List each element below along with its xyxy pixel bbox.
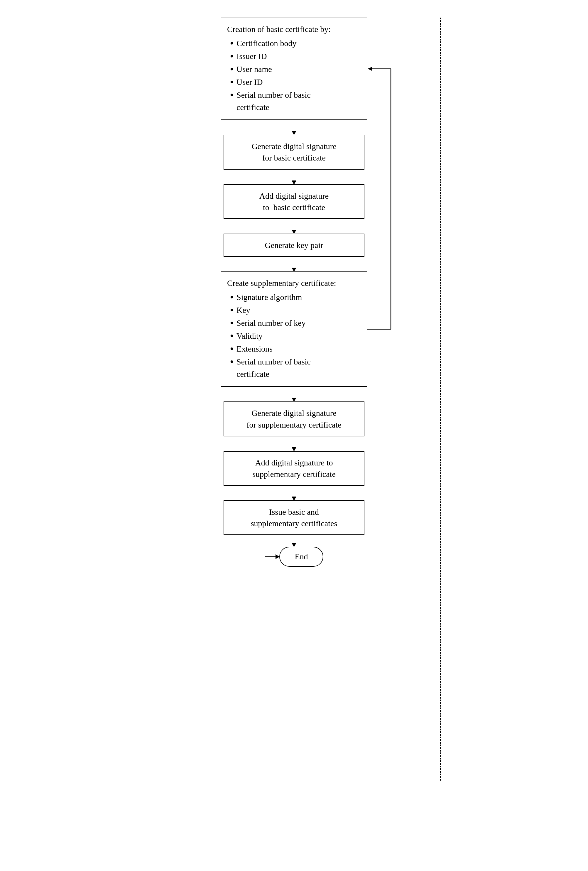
- box6-text: Generate digital signaturefor supplement…: [247, 409, 341, 429]
- arrow-6: [294, 436, 294, 451]
- end-row: End: [265, 547, 323, 567]
- box1-title: Creation of basic certificate by:: [227, 24, 358, 35]
- box7-text: Add digital signature tosupplementary ce…: [252, 458, 336, 479]
- list-item: Issuer ID: [230, 50, 358, 63]
- box5-title: Create supplementary certificate:: [227, 277, 358, 289]
- list-item: Serial number of basiccertificate: [230, 356, 358, 380]
- box1-list: Certification body Issuer ID User name U…: [227, 37, 358, 114]
- list-item: Certification body: [230, 37, 358, 49]
- arrow-2: [294, 170, 294, 184]
- list-item: Signature algorithm: [230, 291, 358, 304]
- end-label: End: [295, 552, 308, 561]
- end-shape: End: [279, 547, 323, 567]
- serial-number-basic-item2: Serial number of basiccertificate: [236, 356, 311, 380]
- box5-list: Signature algorithm Key Serial number of…: [227, 291, 358, 380]
- list-item: Validity: [230, 330, 358, 342]
- flowchart: Creation of basic certificate by: Certif…: [177, 18, 411, 567]
- arrow-5: [294, 387, 294, 401]
- box8-text: Issue basic andsupplementary certificate…: [251, 507, 337, 528]
- diagram-wrapper: Creation of basic certificate by: Certif…: [177, 18, 411, 567]
- serial-number-key-item: Serial number of key: [236, 317, 306, 329]
- box-create-supp-cert: Create supplementary certificate: Signat…: [221, 271, 367, 387]
- box4-text: Generate key pair: [265, 241, 323, 250]
- box-gen-sig-basic: Generate digital signaturefor basic cert…: [224, 135, 364, 169]
- dashed-vertical-line: [440, 18, 441, 781]
- box2-text: Generate digital signaturefor basic cert…: [251, 142, 336, 162]
- list-item: Serial number of basiccertificate: [230, 89, 358, 114]
- arrow-8: [294, 535, 294, 547]
- list-item: Serial number of key: [230, 317, 358, 329]
- box3-text: Add digital signatureto basic certificat…: [259, 192, 329, 212]
- end-arrow-horiz: [265, 557, 279, 557]
- box-add-sig-basic: Add digital signatureto basic certificat…: [224, 184, 364, 219]
- arrow-3: [294, 219, 294, 233]
- box-gen-sig-supp: Generate digital signaturefor supplement…: [224, 401, 364, 436]
- list-item: Extensions: [230, 343, 358, 355]
- list-item: User name: [230, 63, 358, 75]
- arrow-1: [294, 120, 294, 135]
- box-gen-key-pair: Generate key pair: [224, 233, 364, 257]
- box-creation-basic-cert: Creation of basic certificate by: Certif…: [221, 18, 367, 120]
- list-item: User ID: [230, 76, 358, 88]
- serial-number-basic-item1: Serial number of basiccertificate: [236, 89, 311, 114]
- list-item: Key: [230, 304, 358, 316]
- arrow-7: [294, 486, 294, 500]
- box-add-sig-supp: Add digital signature tosupplementary ce…: [224, 451, 364, 486]
- box-issue-certs: Issue basic andsupplementary certificate…: [224, 500, 364, 535]
- arrow-4: [294, 257, 294, 271]
